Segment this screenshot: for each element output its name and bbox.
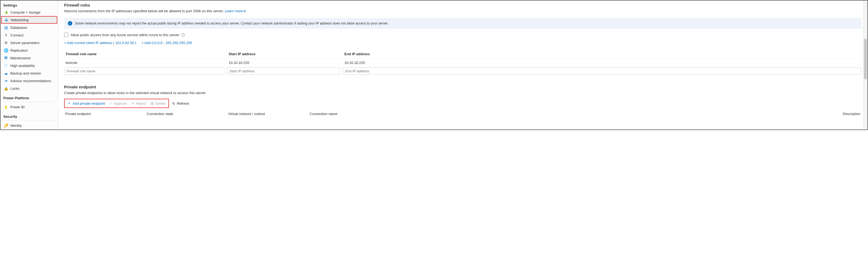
nav-label: High availability — [10, 64, 35, 68]
col-description: Description — [391, 112, 860, 116]
scrollbar-thumb[interactable] — [864, 38, 867, 79]
toolbar-highlight-group: ＋Add private endpoint ✓Approve ✕Reject 🗑… — [64, 99, 169, 108]
nav-compute-storage[interactable]: ◑Compute + storage — [1, 8, 58, 16]
nav-replication[interactable]: 🌐Replication — [1, 47, 58, 54]
nav-advisor[interactable]: ➜Advisor recommendations — [1, 77, 58, 85]
rule-name-input[interactable] — [64, 68, 224, 75]
nav-label: Backup and restore — [10, 71, 41, 75]
start-ip-input[interactable] — [227, 68, 340, 75]
identity-icon: 🔑 — [4, 123, 8, 128]
nav-power-bi[interactable]: ▮Power BI — [1, 103, 58, 111]
learn-more-link[interactable]: Learn more⧉ — [225, 9, 246, 13]
firewall-input-row — [64, 67, 862, 75]
allow-azure-label: Allow public access from any Azure servi… — [71, 33, 179, 37]
nav-label: Identity — [10, 124, 22, 128]
x-icon: ✕ — [131, 102, 134, 106]
section-header-settings: Settings — [1, 2, 58, 8]
nav-backup-restore[interactable]: ☁Backup and restore — [1, 69, 58, 77]
add-client-ip-link[interactable]: + Add current client IP address ( 101.0.… — [64, 41, 136, 45]
nav-label: Locks — [10, 86, 20, 90]
firewall-table-header: Firewall rule name Start IP address End … — [64, 50, 862, 58]
scrollbar-track[interactable] — [863, 1, 867, 130]
reject-button: ✕Reject — [129, 100, 148, 107]
nav-label: Databases — [10, 26, 27, 30]
refresh-icon: ↻ — [172, 102, 175, 106]
nav-connect[interactable]: ϟConnect — [1, 31, 58, 39]
col-start-ip: Start IP address — [229, 52, 344, 56]
col-conn-state: Connection state — [147, 112, 228, 116]
add-range-link[interactable]: + Add 0.0.0.0 - 255.255.255.255 — [142, 41, 192, 45]
info-banner: i Some network environments may not repo… — [64, 18, 862, 29]
delete-button: 🗑Delete — [148, 100, 168, 107]
nav-label: Server parameters — [10, 41, 40, 45]
nav-high-availability[interactable]: ♡High availability — [1, 62, 58, 69]
nav-label: Compute + storage — [10, 10, 40, 15]
nav-networking[interactable]: 🖧Networking — [1, 16, 57, 24]
app-frame: Settings ◑Compute + storage 🖧Networking … — [0, 0, 868, 130]
nav-label: Power BI — [10, 105, 25, 109]
refresh-button[interactable]: ↻Refresh — [170, 100, 191, 107]
databases-icon: ▤ — [4, 25, 8, 30]
settings-sidebar: Settings ◑Compute + storage 🖧Networking … — [1, 1, 58, 130]
cell-end-ip: 10.10.10.220 — [344, 61, 860, 65]
cell-start-ip: 10.10.10.220 — [229, 61, 344, 65]
divider — [3, 102, 56, 102]
main-content: Firewall rules Inbound connections from … — [58, 1, 867, 130]
private-endpoint-subtitle: Create private endpoints to allow hosts … — [64, 91, 862, 95]
gear-icon: ⚙ — [4, 41, 8, 45]
connect-icon: ϟ — [4, 33, 8, 37]
info-icon: i — [68, 21, 72, 26]
backup-icon: ☁ — [4, 71, 8, 75]
lock-icon: 🔒 — [4, 86, 8, 90]
nav-databases[interactable]: ▤Databases — [1, 24, 58, 31]
btn-label: Reject — [136, 102, 146, 106]
private-endpoint-title: Private endpoint — [64, 85, 862, 89]
nav-maintenance[interactable]: 🛠Maintenance — [1, 54, 58, 62]
section-header-security: Security — [1, 113, 58, 120]
plus-icon: ＋ — [67, 101, 71, 106]
trash-icon: 🗑 — [151, 102, 154, 106]
section-header-power-platform: Power Platform — [1, 95, 58, 101]
networking-icon: 🖧 — [4, 18, 9, 22]
nav-label: Replication — [10, 48, 28, 53]
firewall-subtitle: Inbound connections from the IP addresse… — [64, 9, 862, 13]
help-icon[interactable]: i — [181, 33, 185, 37]
add-ip-links: + Add current client IP address ( 101.0.… — [64, 41, 862, 45]
compute-icon: ◑ — [4, 10, 8, 15]
maintenance-icon: 🛠 — [4, 56, 8, 60]
nav-server-parameters[interactable]: ⚙Server parameters — [1, 39, 58, 47]
allow-azure-row: Allow public access from any Azure servi… — [64, 33, 862, 37]
add-private-endpoint-button[interactable]: ＋Add private endpoint — [65, 100, 107, 107]
nav-label: Connect — [10, 33, 23, 37]
firewall-table: Firewall rule name Start IP address End … — [64, 50, 862, 75]
replication-icon: 🌐 — [4, 48, 8, 53]
nav-label: Maintenance — [10, 56, 30, 60]
cell-rule-name: testrule — [66, 61, 229, 65]
approve-button: ✓Approve — [107, 100, 129, 107]
allow-azure-checkbox[interactable] — [64, 33, 68, 37]
powerbi-icon: ▮ — [4, 105, 8, 109]
nav-locks[interactable]: 🔒Locks — [1, 85, 58, 92]
btn-label: Delete — [156, 102, 166, 106]
banner-text: Some network environments may not report… — [75, 22, 389, 25]
learn-more-text: Learn more — [225, 9, 243, 13]
check-icon: ✓ — [109, 102, 112, 106]
col-rule-name: Firewall rule name — [66, 52, 229, 56]
firewall-rules-title: Firewall rules — [64, 3, 862, 7]
btn-label: Approve — [114, 102, 127, 106]
ha-icon: ♡ — [4, 63, 8, 68]
private-endpoint-toolbar: ＋Add private endpoint ✓Approve ✕Reject 🗑… — [64, 99, 862, 108]
divider — [3, 120, 56, 121]
nav-label: Networking — [11, 18, 29, 22]
btn-label: Refresh — [177, 102, 189, 106]
end-ip-input[interactable] — [343, 68, 862, 75]
firewall-table-row: testrule 10.10.10.220 10.10.10.220 — [64, 58, 862, 67]
btn-label: Add private endpoint — [72, 102, 105, 106]
nav-label: Advisor recommendations — [10, 79, 51, 83]
advisor-icon: ➜ — [4, 79, 8, 83]
nav-identity[interactable]: 🔑Identity — [1, 122, 58, 129]
col-endpoint: Private endpoint — [65, 112, 147, 116]
col-end-ip: End IP address — [344, 52, 860, 56]
col-conn-name: Connection name — [310, 112, 391, 116]
col-vnet: Virtual network / subnet — [228, 112, 310, 116]
